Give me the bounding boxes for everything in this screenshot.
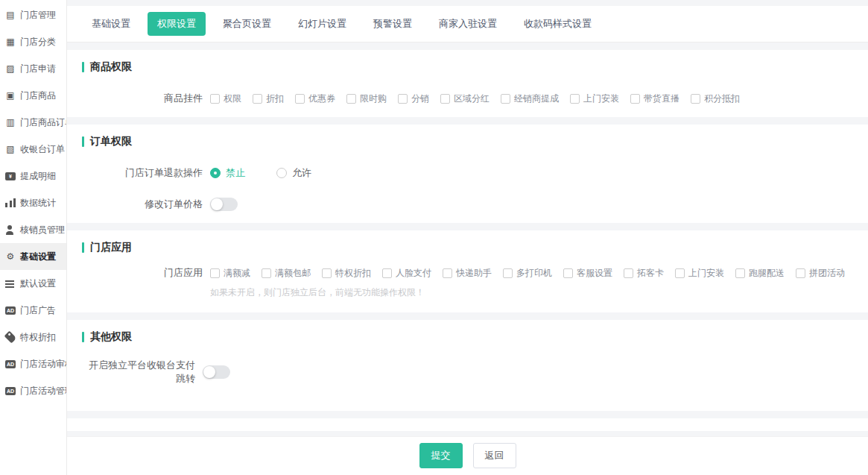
checkbox-icon — [443, 268, 452, 278]
checkbox-icon — [382, 268, 392, 278]
tab-bar: 基础设置权限设置聚合页设置幻灯片设置预警设置商家入驻设置收款码样式设置 — [67, 6, 868, 43]
store-app-checkbox-7[interactable]: 拓客卡 — [624, 267, 664, 280]
main-content: 基础设置权限设置聚合页设置幻灯片设置预警设置商家入驻设置收款码样式设置 商品权限… — [67, 0, 868, 475]
checkbox-label: 带货直播 — [644, 92, 679, 105]
footer-actions: 提交 返回 — [67, 436, 868, 475]
tab-warning[interactable]: 预警设置 — [364, 12, 422, 36]
checkbox-label: 拼团活动 — [809, 267, 845, 280]
refund-radio-1[interactable]: 允许 — [276, 166, 311, 180]
checkbox-icon — [796, 268, 805, 278]
sidebar-item-default-settings[interactable]: 默认设置 — [0, 270, 66, 297]
checkbox-icon — [398, 94, 408, 104]
store-app-checkbox-4[interactable]: 快递助手 — [443, 267, 492, 280]
store-app-checkbox-8[interactable]: 上门安装 — [675, 267, 724, 280]
sidebar-item-store-ads[interactable]: AD门店广告 — [0, 297, 66, 324]
checkbox-icon — [210, 94, 220, 104]
sidebar-item-privilege-discount[interactable]: 特权折扣 — [0, 324, 66, 350]
modify-order-price-toggle[interactable] — [210, 198, 238, 211]
tab-slideshow[interactable]: 幻灯片设置 — [288, 12, 356, 36]
section-title-other: 其他权限 — [82, 330, 853, 344]
product-checkbox-0[interactable]: 权限 — [210, 92, 241, 105]
checkbox-icon — [630, 94, 640, 104]
back-button[interactable]: 返回 — [473, 443, 516, 468]
tab-permission[interactable]: 权限设置 — [148, 12, 206, 36]
section-store-applications: 门店应用 门店应用 满额减满额包邮特权折扣人脸支付快递助手多打印机客服设置拓客卡… — [67, 230, 868, 312]
sidebar-item-label: 提成明细 — [20, 170, 56, 183]
refund-operation-label: 门店订单退款操作 — [82, 166, 203, 180]
sidebar-item-commission-detail[interactable]: ¥提成明细 — [0, 163, 66, 189]
store-app-checkbox-1[interactable]: 满额包邮 — [262, 267, 311, 280]
sidebar-item-label: 基础设置 — [20, 251, 56, 263]
store-app-checkbox-10[interactable]: 拼团活动 — [796, 267, 845, 280]
sidebar-item-store-activity-review[interactable]: AD门店活动审核 — [0, 350, 66, 377]
tab-basic[interactable]: 基础设置 — [82, 12, 140, 36]
empty-area — [67, 418, 868, 431]
section-title-bar — [82, 242, 84, 253]
sidebar-item-store-category[interactable]: ▦门店分类 — [0, 28, 66, 55]
checkbox-label: 分销 — [411, 92, 429, 105]
ad-icon: AD — [5, 360, 16, 368]
sidebar-item-label: 门店管理 — [20, 9, 56, 22]
store-app-checkbox-6[interactable]: 客服设置 — [563, 267, 612, 280]
tab-aggregate-page[interactable]: 聚合页设置 — [213, 12, 281, 36]
tab-payment-code-style[interactable]: 收款码样式设置 — [514, 12, 601, 36]
section-title-product: 商品权限 — [82, 60, 853, 74]
sidebar-item-store-manage[interactable]: ▤门店管理 — [0, 1, 66, 28]
section-product-permissions: 商品权限 商品挂件 权限折扣优惠券限时购分销区域分红经销商提成上门安装带货直播积… — [67, 50, 868, 117]
section-title-text: 其他权限 — [90, 330, 132, 344]
checkbox-label: 上门安装 — [688, 267, 724, 280]
sidebar-item-store-goods[interactable]: ▣门店商品 — [0, 82, 66, 109]
section-title-bar — [82, 332, 84, 342]
checkbox-icon — [570, 94, 580, 104]
store-app-checkbox-2[interactable]: 特权折扣 — [322, 267, 371, 280]
sidebar-item-label: 门店广告 — [20, 304, 56, 317]
product-checkbox-9[interactable]: 积分抵扣 — [691, 92, 740, 105]
store-app-checkbox-0[interactable]: 满额减 — [210, 267, 250, 280]
sidebar-item-store-activity-manage[interactable]: AD门店活动管理 — [0, 377, 66, 404]
sidebar-item-label: 核销员管理 — [20, 224, 65, 236]
checkbox-label: 跑腿配送 — [749, 267, 785, 280]
product-checkbox-8[interactable]: 带货直播 — [630, 92, 679, 105]
sidebar-item-verifier-manage[interactable]: 核销员管理 — [0, 216, 66, 243]
independent-cashier-label: 开启独立平台收银台支付跳转 — [82, 359, 195, 386]
checkbox-icon — [501, 94, 510, 104]
product-widget-label: 商品挂件 — [82, 92, 203, 105]
product-checkbox-6[interactable]: 经销商提成 — [501, 92, 559, 105]
store-app-checkbox-9[interactable]: 跑腿配送 — [735, 267, 785, 280]
sidebar-item-basic-settings[interactable]: ⚙基础设置 — [0, 243, 66, 270]
checkbox-label: 客服设置 — [577, 267, 612, 280]
section-title-app: 门店应用 — [82, 241, 853, 254]
radio-icon — [210, 168, 221, 178]
sidebar-item-data-statistics[interactable]: 数据统计 — [0, 189, 66, 216]
checkbox-label: 区域分红 — [454, 92, 490, 105]
product-checkbox-4[interactable]: 分销 — [398, 92, 429, 105]
product-checkbox-7[interactable]: 上门安装 — [570, 92, 619, 105]
commission-icon: ¥ — [5, 172, 16, 180]
submit-button[interactable]: 提交 — [419, 443, 463, 468]
checkbox-icon — [624, 268, 633, 278]
store-app-checkbox-5[interactable]: 多打印机 — [503, 267, 552, 280]
product-checkbox-1[interactable]: 折扣 — [253, 92, 284, 105]
checkbox-label: 折扣 — [266, 92, 284, 105]
tab-merchant-entry[interactable]: 商家入驻设置 — [429, 12, 507, 36]
product-checkbox-5[interactable]: 区域分红 — [440, 92, 490, 105]
section-title-text: 订单权限 — [90, 135, 132, 148]
sidebar-item-store-apply[interactable]: ▨门店申请 — [0, 55, 66, 82]
goods-icon: ▣ — [5, 90, 16, 101]
tabs: 基础设置权限设置聚合页设置幻灯片设置预警设置商家入驻设置收款码样式设置 — [82, 12, 853, 36]
product-checkbox-2[interactable]: 优惠券 — [295, 92, 335, 105]
radio-label: 允许 — [292, 166, 311, 180]
verifier-icon — [5, 225, 16, 235]
checkbox-label: 多打印机 — [516, 267, 552, 280]
checkbox-icon — [262, 268, 271, 278]
modify-order-price-row: 修改订单价格 — [82, 198, 853, 211]
discount-icon — [4, 331, 17, 344]
store-app-checkbox-3[interactable]: 人脸支付 — [382, 267, 431, 280]
product-checkbox-3[interactable]: 限时购 — [346, 92, 387, 105]
checkbox-label: 经销商提成 — [514, 92, 559, 105]
independent-cashier-toggle[interactable] — [203, 365, 230, 379]
sidebar-item-store-goods-orders[interactable]: ▥门店商品订单 — [0, 109, 66, 136]
checkbox-label: 上门安装 — [583, 92, 619, 105]
sidebar-item-cashier-orders[interactable]: ▧收银台订单 — [0, 136, 66, 163]
refund-radio-0[interactable]: 禁止 — [210, 166, 245, 180]
